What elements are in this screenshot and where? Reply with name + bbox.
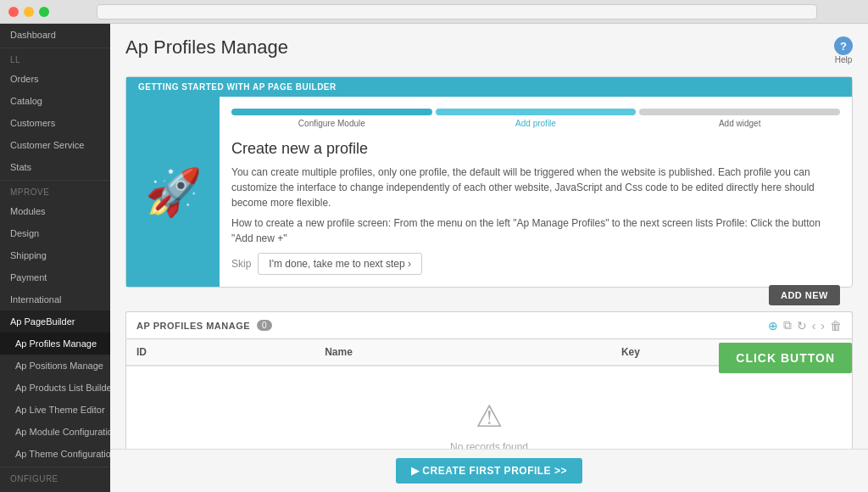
sidebar-item-ap-module-configuration[interactable]: Ap Module Configuration (0, 421, 110, 443)
help-icon: ? (834, 36, 853, 55)
section-count: 0 (257, 320, 272, 331)
address-bar[interactable] (97, 4, 817, 20)
section-header: AP PROFILES MANAGE 0 ⊕ ⧉ ↻ ‹ › 🗑 (125, 311, 853, 338)
col-id: ID (126, 339, 314, 366)
sidebar: Dashboard LL Orders Catalog Customers Cu… (0, 24, 110, 492)
close-dot[interactable] (8, 7, 19, 17)
skip-link[interactable]: Skip (231, 258, 251, 270)
prev-icon[interactable]: ‹ (812, 319, 816, 333)
sidebar-item-ap-profiles-manage[interactable]: Ap Profiles Manage (0, 333, 110, 355)
sidebar-item-international[interactable]: International (0, 288, 110, 310)
card-actions: Skip I'm done, take me to next step › (231, 253, 840, 275)
sidebar-section-ll: LL (0, 48, 110, 68)
next-icon[interactable]: › (821, 319, 825, 333)
sidebar-item-catalog[interactable]: Catalog (0, 90, 110, 112)
sidebar-item-customer-service[interactable]: Customer Service (0, 134, 110, 156)
page-title: Ap Profiles Manage (125, 36, 288, 59)
card-rocket-area: 🚀 (126, 97, 220, 287)
sidebar-item-ap-pagebuilder[interactable]: Ap PageBuilder (0, 310, 110, 333)
sidebar-item-ap-theme-configuration[interactable]: Ap Theme Configuration (0, 443, 110, 465)
card-desc-2: How to create a new profile screen: From… (231, 215, 840, 246)
copy-icon[interactable]: ⧉ (783, 318, 792, 333)
minimize-dot[interactable] (24, 7, 34, 17)
main-content: Ap Profiles Manage ? Help GETTING STARTE… (110, 24, 868, 492)
section-actions: ⊕ ⧉ ↻ ‹ › 🗑 (768, 318, 842, 333)
click-button[interactable]: CLICK BUTTON (719, 343, 852, 373)
step-label-configure: Configure Module (298, 119, 365, 128)
step-bar-add-profile (436, 109, 637, 115)
warning-icon: ⚠ (162, 399, 816, 434)
sidebar-item-shop-parameters[interactable]: Shop Parameters (0, 487, 110, 492)
sidebar-item-dashboard[interactable]: Dashboard (0, 24, 110, 46)
step-add-profile: Add profile (436, 109, 637, 128)
page-header: Ap Profiles Manage ? Help (125, 36, 853, 64)
sidebar-item-orders[interactable]: Orders (0, 68, 110, 90)
create-profile-button[interactable]: CREATE FIRST PROFILE >> (396, 458, 582, 484)
sidebar-item-customers[interactable]: Customers (0, 112, 110, 134)
getting-started-card: GETTING STARTED WITH AP PAGE BUILDER 🚀 C… (125, 76, 853, 288)
delete-icon[interactable]: 🗑 (830, 319, 842, 333)
bottom-bar: CREATE FIRST PROFILE >> (110, 449, 868, 492)
sidebar-section-mprove: MPROVE (0, 180, 110, 200)
step-label-add-widget: Add widget (719, 119, 760, 128)
sidebar-item-payment[interactable]: Payment (0, 266, 110, 288)
step-bar-add-widget (639, 109, 840, 115)
sidebar-item-design[interactable]: Design (0, 222, 110, 244)
section-title-row: AP PROFILES MANAGE 0 (136, 320, 272, 331)
card-create-title: Create new a profile (231, 140, 840, 158)
sidebar-item-ap-live-theme-editor[interactable]: Ap Live Theme Editor (0, 399, 110, 421)
section-label: AP PROFILES MANAGE (136, 321, 250, 331)
card-right: Configure Module Add profile Add widget … (220, 97, 852, 287)
add-icon[interactable]: ⊕ (768, 319, 778, 333)
sidebar-section-configure: ONFIGURE (0, 467, 110, 487)
step-bar-configure (231, 109, 432, 115)
col-name: Name (314, 339, 611, 366)
rocket-icon: 🚀 (145, 169, 202, 215)
step-label-add-profile: Add profile (515, 119, 556, 128)
step-configure-module: Configure Module (231, 109, 432, 128)
card-desc-1: You can create multiple profiles, only o… (231, 165, 840, 210)
step-add-widget: Add widget (639, 109, 840, 128)
next-step-button[interactable]: I'm done, take me to next step › (258, 253, 422, 275)
card-body: 🚀 Configure Module Add profile (126, 97, 852, 287)
sidebar-item-modules[interactable]: Modules (0, 200, 110, 222)
add-new-container: ADD NEW (769, 285, 840, 305)
add-new-button[interactable]: ADD NEW (769, 285, 840, 305)
sidebar-item-ap-products-list-builder[interactable]: Ap Products List Builder (0, 377, 110, 399)
help-label: Help (835, 55, 853, 64)
maximize-dot[interactable] (39, 7, 49, 17)
help-button[interactable]: ? Help (834, 36, 853, 64)
card-header: GETTING STARTED WITH AP PAGE BUILDER (126, 77, 852, 97)
sidebar-item-ap-positions-manage[interactable]: Ap Positions Manage (0, 355, 110, 377)
sidebar-item-stats[interactable]: Stats (0, 156, 110, 178)
progress-steps: Configure Module Add profile Add widget (231, 109, 840, 128)
title-bar (0, 0, 868, 24)
refresh-icon[interactable]: ↻ (797, 319, 807, 333)
sidebar-item-shipping[interactable]: Shipping (0, 244, 110, 266)
